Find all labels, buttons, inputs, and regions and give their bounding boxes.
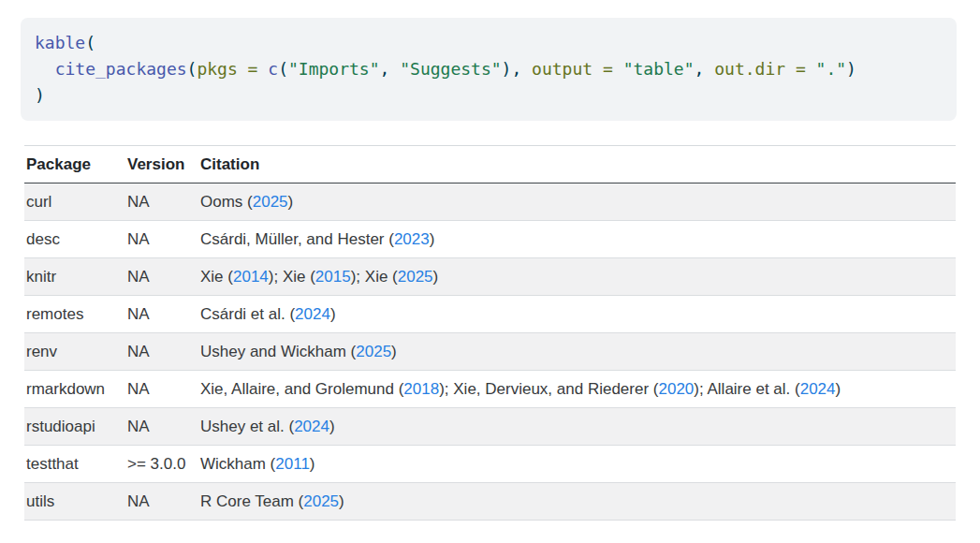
citation-year-link[interactable]: 2024 <box>295 305 330 323</box>
version-cell: NA <box>125 408 198 446</box>
citation-text: ) <box>836 380 841 398</box>
citation-text: Csárdi, Müller, and Hester ( <box>200 230 394 248</box>
citation-text: ) <box>330 305 336 323</box>
code-token-fu: cite_packages <box>55 59 187 79</box>
version-cell: NA <box>125 333 198 371</box>
package-cell: testthat <box>24 446 125 483</box>
version-cell: NA <box>125 296 198 333</box>
citation-text: Ushey and Wickham ( <box>200 343 356 360</box>
table-row-curl: curlNAOoms (2025) <box>24 183 956 221</box>
citation-text: Xie, Allaire, and Grolemund ( <box>200 380 403 398</box>
code-token-at: pkgs <box>197 59 237 79</box>
version-cell: >= 3.0.0 <box>125 446 198 483</box>
code-token-st: "Imports" <box>288 59 380 79</box>
package-cell: rmarkdown <box>24 371 125 408</box>
citation-year-link[interactable]: 2014 <box>233 268 269 286</box>
citation-text: ) <box>433 268 439 286</box>
table-row-desc: descNACsárdi, Müller, and Hester (2023) <box>24 221 956 258</box>
citation-year-link[interactable]: 2024 <box>294 418 329 435</box>
r-source-code: kable( cite_packages(pkgs = c("Imports",… <box>35 30 943 109</box>
column-header-package: Package <box>24 146 125 183</box>
citation-year-link[interactable]: 2025 <box>303 492 339 510</box>
column-header-citation: Citation <box>198 146 956 183</box>
citation-text: Csárdi et al. ( <box>200 305 295 323</box>
citation-year-link[interactable]: 2023 <box>394 230 430 248</box>
package-citation-table: Package Version Citation curlNAOoms (202… <box>24 145 956 521</box>
table-row-utils: utilsNAR Core Team (2025) <box>24 483 956 521</box>
code-token-st: "Suggests" <box>400 59 501 79</box>
code-token-st: "table" <box>623 59 695 79</box>
citation-text: Ushey et al. ( <box>200 418 294 435</box>
citation-text: ) <box>329 418 335 435</box>
table-row-testthat: testthat>= 3.0.0Wickham (2011) <box>24 446 956 483</box>
table-row-rstudioapi: rstudioapiNAUshey et al. (2024) <box>24 408 956 446</box>
citation-cell: R Core Team (2025) <box>198 483 956 521</box>
code-token-st: "." <box>816 59 847 79</box>
table-body: curlNAOoms (2025)descNACsárdi, Müller, a… <box>24 183 956 521</box>
version-cell: NA <box>125 183 198 221</box>
citation-text: ); Xie, Dervieux, and Riederer ( <box>439 380 658 398</box>
package-cell: curl <box>24 183 125 221</box>
citation-cell: Ooms (2025) <box>198 183 956 221</box>
citation-cell: Csárdi et al. (2024) <box>198 296 956 333</box>
code-token-pl: ), <box>502 59 533 79</box>
citation-text: ) <box>339 492 344 510</box>
code-token-op: = <box>238 59 269 79</box>
citation-year-link[interactable]: 2018 <box>403 380 439 398</box>
citation-year-link[interactable]: 2020 <box>659 380 695 398</box>
code-token-fu: kable <box>35 33 85 52</box>
code-token-pl: ( <box>85 33 95 52</box>
package-cell: knitr <box>24 258 125 296</box>
citation-text: ); Xie ( <box>351 268 398 286</box>
citation-cell: Wickham (2011) <box>198 446 956 483</box>
code-token-at: out.dir <box>714 59 785 79</box>
table-row-rmarkdown: rmarkdownNAXie, Allaire, and Grolemund (… <box>24 371 956 408</box>
citation-cell: Csárdi, Müller, and Hester (2023) <box>198 221 956 258</box>
code-lines: kable( cite_packages(pkgs = c("Imports",… <box>35 33 856 105</box>
citation-year-link[interactable]: 2011 <box>275 455 310 473</box>
code-token-pl <box>35 59 55 79</box>
header-row: Package Version Citation <box>24 146 956 183</box>
citation-text: Xie ( <box>200 268 233 286</box>
code-token-pl: , <box>695 59 715 79</box>
table-row-knitr: knitrNAXie (2014); Xie (2015); Xie (2025… <box>24 258 956 296</box>
code-token-fu: c <box>268 59 278 79</box>
package-cell: desc <box>24 221 125 258</box>
table-row-renv: renvNAUshey and Wickham (2025) <box>24 333 956 371</box>
citation-year-link[interactable]: 2025 <box>356 343 391 360</box>
code-token-pl: , <box>380 59 401 79</box>
version-cell: NA <box>125 258 198 296</box>
column-header-version: Version <box>125 146 198 183</box>
citation-text: Wickham ( <box>200 455 275 473</box>
citation-text: ) <box>430 230 435 248</box>
citation-text: R Core Team ( <box>200 492 303 510</box>
code-token-op: = <box>592 59 623 79</box>
code-token-pl: ) <box>846 59 856 79</box>
citation-year-link[interactable]: 2015 <box>315 268 351 286</box>
citation-year-link[interactable]: 2025 <box>398 268 433 286</box>
version-cell: NA <box>125 221 198 258</box>
package-cell: remotes <box>24 296 125 333</box>
code-block: kable( cite_packages(pkgs = c("Imports",… <box>21 18 957 121</box>
code-token-at: output <box>532 59 592 79</box>
version-cell: NA <box>125 371 198 408</box>
citation-text: ); Allaire et al. ( <box>694 380 799 398</box>
citation-cell: Ushey et al. (2024) <box>198 408 956 446</box>
citation-text: ) <box>310 455 315 473</box>
package-cell: utils <box>24 483 125 521</box>
code-token-pl: ( <box>278 59 288 79</box>
package-cell: rstudioapi <box>24 408 125 446</box>
code-token-pl: ( <box>187 59 197 79</box>
citation-text: ); Xie ( <box>269 268 315 286</box>
citation-year-link[interactable]: 2025 <box>253 193 288 211</box>
version-cell: NA <box>125 483 198 521</box>
citation-cell: Xie (2014); Xie (2015); Xie (2025) <box>198 258 956 296</box>
package-cell: renv <box>24 333 125 371</box>
citation-text: ) <box>288 193 294 211</box>
table-row-remotes: remotesNACsárdi et al. (2024) <box>24 296 956 333</box>
citation-text: ) <box>391 343 397 360</box>
citation-year-link[interactable]: 2024 <box>800 380 836 398</box>
code-token-pl: ) <box>35 85 45 105</box>
citation-cell: Ushey and Wickham (2025) <box>198 333 956 371</box>
citation-text: Ooms ( <box>200 193 253 211</box>
